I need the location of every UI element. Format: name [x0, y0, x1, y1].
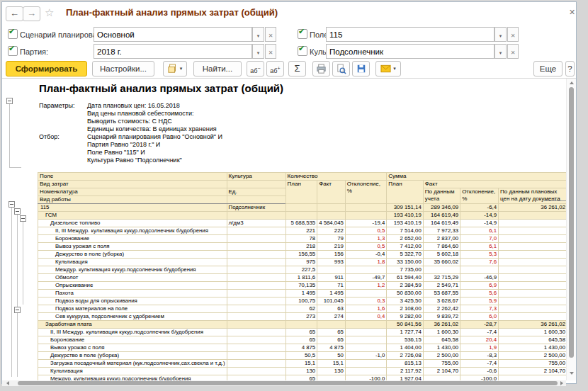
- cell-qty-fact[interactable]: 222: [317, 227, 346, 235]
- cell-name[interactable]: Вывоз урожая с поля: [38, 243, 227, 251]
- cell-qty-deviation[interactable]: [345, 321, 387, 329]
- cell-sum-plan[interactable]: 7 735,00: [387, 266, 423, 274]
- cell-sum-deviation[interactable]: -7,4: [460, 360, 499, 368]
- cell-qty-fact[interactable]: 15,1: [317, 360, 346, 368]
- table-row[interactable]: Дежурство в поле (уборка)156,55156-0,45 …: [38, 251, 567, 259]
- cell-qty-plan[interactable]: 5 688,535: [285, 220, 317, 227]
- cell-qty-deviation[interactable]: [345, 266, 387, 274]
- cell-unit[interactable]: [227, 375, 285, 381]
- cell-qty-plan[interactable]: 273: [285, 313, 317, 321]
- batch-checkbox[interactable]: ✔: [8, 46, 18, 56]
- cell-sum-deviation[interactable]: -14,9: [460, 212, 499, 220]
- table-row[interactable]: Опрыскивание70,135711,22 384,592 549,716…: [38, 282, 567, 290]
- table-row[interactable]: Боронование78791,32 652,002 837,007,0: [38, 235, 567, 243]
- cell-sum-plan[interactable]: 193 410,19: [387, 212, 423, 220]
- scroll-right-icon[interactable]: [560, 381, 563, 385]
- cell-unit[interactable]: [227, 212, 285, 220]
- table-row[interactable]: Сев кукуруза, подсолнечник с удобрением2…: [38, 313, 567, 321]
- table-row[interactable]: Загрузка посадочный материал (кук.подсол…: [38, 360, 567, 368]
- cell-unit[interactable]: [227, 282, 285, 290]
- cell-unit[interactable]: [227, 290, 285, 298]
- cell-sum-plan[interactable]: 1 404,00: [387, 344, 423, 352]
- cell-sum-fact[interactable]: 53 687,55: [423, 290, 460, 298]
- cell-sum-deviation[interactable]: 5,6: [460, 290, 499, 298]
- batch-value[interactable]: [94, 45, 251, 59]
- table-row[interactable]: Дежурство в поле (уборка)50,550-1,02 726…: [38, 352, 567, 360]
- cell-unit[interactable]: [227, 313, 285, 321]
- field-checkbox[interactable]: ✔: [298, 29, 307, 39]
- cell-qty-fact[interactable]: 274: [317, 313, 346, 321]
- cell-qty-plan[interactable]: 62: [285, 305, 317, 313]
- cell-qty-fact[interactable]: 993: [317, 259, 346, 266]
- cell-qty-plan[interactable]: 15,1: [285, 360, 317, 368]
- cell-unit[interactable]: л/дм3: [227, 220, 285, 227]
- cell-name[interactable]: 115: [38, 204, 227, 212]
- cell-qty-plan[interactable]: 100,75: [285, 298, 317, 305]
- cell-qty-fact[interactable]: 4 875: [317, 344, 346, 352]
- cell-name[interactable]: Обмолот: [38, 274, 227, 282]
- cell-qty-deviation[interactable]: -0,4: [345, 251, 387, 259]
- vertical-scrollbar[interactable]: [566, 79, 576, 380]
- cell-unit[interactable]: [227, 305, 285, 313]
- cell-name[interactable]: Заработная плата: [38, 321, 227, 329]
- cell-sum-fact[interactable]: 2 837,00: [423, 235, 460, 243]
- table-row[interactable]: Культивация1301302 117,922 104,70-0,62 1…: [38, 368, 567, 375]
- cell-sum-deviation[interactable]: -28,7: [460, 321, 499, 329]
- cell-sum-fact[interactable]: 36 261,02: [423, 321, 460, 329]
- field-input[interactable]: [326, 27, 494, 42]
- collapse-fuel-group-button[interactable]: [14, 208, 21, 215]
- save-button[interactable]: [352, 61, 370, 76]
- cell-sum-fact[interactable]: 9 839,72: [423, 313, 460, 321]
- cell-sum-plan[interactable]: 2 117,92: [387, 368, 423, 375]
- cell-qty-plan[interactable]: 130: [285, 368, 317, 375]
- cell-sum-fact[interactable]: [423, 266, 460, 274]
- group-row[interactable]: Заработная плата50 841,5636 261,02-28,73…: [38, 321, 567, 329]
- table-row[interactable]: Пахота1 4951 49550 830,0053 687,555,6: [38, 290, 567, 298]
- batch-input[interactable]: [94, 44, 252, 59]
- cell-sum-plan[interactable]: 5 322,70: [387, 251, 423, 259]
- cell-qty-deviation[interactable]: -100,0: [345, 375, 387, 381]
- scenario-clear-button[interactable]: ✕: [265, 27, 276, 42]
- cell-unit[interactable]: [227, 266, 285, 274]
- group-row[interactable]: 115Подсолнечник309 151,14289 346,09-6,43…: [38, 204, 567, 212]
- scroll-up-icon[interactable]: [570, 81, 574, 84]
- settings-button[interactable]: Настройки...: [92, 61, 154, 76]
- cell-sum-fact[interactable]: 2 549,71: [423, 282, 460, 290]
- table-row[interactable]: II, III Междур. культивация кукур.подсол…: [38, 329, 567, 336]
- back-button[interactable]: ←: [6, 6, 23, 21]
- cell-name[interactable]: Дежурство в поле (уборка): [38, 352, 227, 360]
- cell-sum-fact[interactable]: 2 262,42: [423, 305, 460, 313]
- cell-sum-plan-price[interactable]: [498, 290, 567, 298]
- help-button[interactable]: ?: [565, 61, 575, 76]
- cell-qty-deviation[interactable]: 1,8: [345, 259, 387, 266]
- cell-name[interactable]: Подвоз материалов на поле: [38, 305, 227, 313]
- cell-unit[interactable]: [227, 360, 285, 368]
- cell-sum-plan[interactable]: 7 412,00: [387, 243, 423, 251]
- cell-qty-fact[interactable]: 50: [317, 352, 346, 360]
- cell-qty-fact[interactable]: 911: [317, 274, 346, 282]
- cell-qty-plan[interactable]: 218: [285, 243, 317, 251]
- cell-name[interactable]: Боронование: [38, 336, 227, 344]
- cell-sum-deviation[interactable]: -7,4: [460, 329, 499, 336]
- cell-unit[interactable]: [227, 329, 285, 336]
- cell-sum-fact[interactable]: 164 619,49: [423, 220, 460, 227]
- batch-clear-button[interactable]: ✕: [265, 44, 276, 59]
- cell-qty-fact[interactable]: 79: [317, 235, 346, 243]
- scroll-down-icon[interactable]: [570, 372, 574, 375]
- cell-sum-fact[interactable]: 2 500,00: [423, 352, 460, 360]
- scenario-checkbox[interactable]: ✔: [8, 29, 18, 39]
- cell-sum-plan-price[interactable]: 36 261,02: [498, 321, 567, 329]
- table-row[interactable]: Подвоз материалов на поле62631,62 108,00…: [38, 305, 567, 313]
- cell-qty-plan[interactable]: 975: [285, 259, 317, 266]
- cell-sum-fact[interactable]: [423, 375, 460, 381]
- cell-qty-plan[interactable]: 78: [285, 235, 317, 243]
- cell-sum-plan[interactable]: 1 727,74: [387, 329, 423, 336]
- cell-sum-plan-price[interactable]: 755,00: [498, 360, 567, 368]
- cell-qty-plan[interactable]: 221: [285, 227, 317, 235]
- cell-unit[interactable]: [227, 235, 285, 243]
- cell-sum-deviation[interactable]: 6,1: [460, 227, 499, 235]
- cell-name[interactable]: Междур. культивация кукур.подсолнечник б…: [38, 266, 227, 274]
- cell-sum-deviation[interactable]: -6,4: [460, 204, 499, 212]
- cell-sum-plan[interactable]: 309 151,14: [387, 204, 423, 212]
- cell-sum-plan-price[interactable]: 2 104,70: [498, 368, 567, 375]
